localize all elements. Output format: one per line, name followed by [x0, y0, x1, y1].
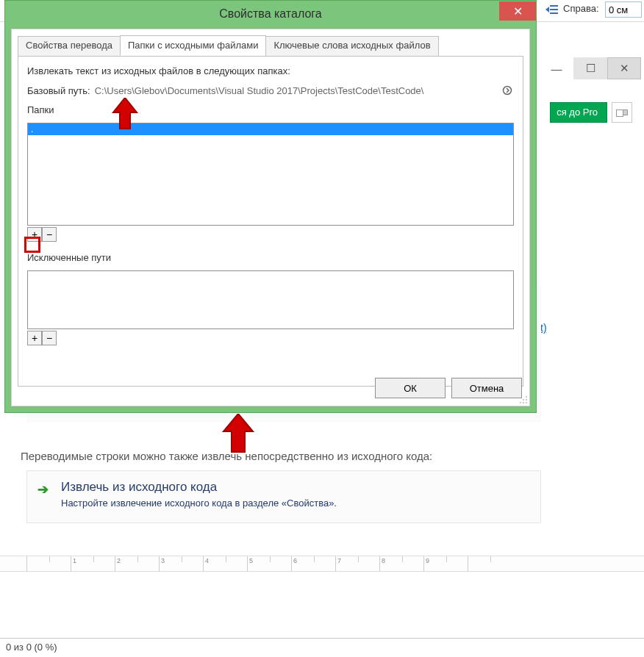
resize-grip-icon[interactable]: [518, 394, 528, 404]
extract-card-sub: Настройте извлечение исходного кода в ра…: [61, 498, 532, 509]
maximize-button[interactable]: ☐: [573, 57, 607, 79]
folders-list-item-selected[interactable]: .: [28, 123, 513, 135]
svg-rect-2: [550, 12, 558, 14]
arrow-right-icon: ➔: [37, 481, 51, 495]
base-path-label: Базовый путь:: [27, 85, 90, 96]
upgrade-pro-button[interactable]: ся до Pro: [550, 102, 607, 123]
svg-point-7: [526, 399, 527, 401]
ok-button[interactable]: ОК: [375, 378, 446, 398]
extract-from-source-card[interactable]: ➔ Извлечь из исходного кода Настройте из…: [26, 470, 541, 523]
right-margin-input[interactable]: [605, 1, 642, 18]
svg-point-6: [523, 399, 524, 401]
excluded-remove-button[interactable]: −: [42, 331, 57, 345]
folders-listbox[interactable]: .: [27, 123, 514, 226]
ruler-tick: [468, 556, 512, 572]
window-close-button[interactable]: ✕: [607, 57, 641, 79]
extract-text-label: Извлекать текст из исходных файлов в сле…: [27, 65, 514, 76]
horizontal-ruler: 1 2 3 4 5 6 7 8 9: [0, 556, 644, 572]
excluded-add-remove: + −: [27, 331, 514, 345]
svg-point-4: [504, 87, 512, 95]
right-margin-label: Справа:: [563, 3, 599, 14]
browse-base-path-icon[interactable]: [501, 84, 514, 97]
ruler-tick: 8: [379, 556, 423, 572]
tab-source-folders[interactable]: Папки с исходными файлами: [120, 35, 266, 56]
dialog-body: Свойства перевода Папки с исходными файл…: [11, 29, 530, 406]
ruler-tick: 3: [159, 556, 203, 572]
dialog-button-bar: ОК Отмена: [375, 378, 522, 398]
ruler-tick: 4: [203, 556, 247, 572]
folders-add-remove: + −: [27, 227, 514, 242]
extract-card-heading: Извлечь из исходного кода: [61, 480, 532, 495]
ruler-tick: 1: [71, 556, 115, 572]
ruler-tick: 9: [423, 556, 468, 572]
dialog-close-button[interactable]: ✕: [499, 1, 536, 21]
svg-point-9: [523, 402, 524, 403]
svg-rect-1: [550, 9, 558, 10]
excluded-paths-listbox[interactable]: [27, 270, 514, 329]
folders-remove-button[interactable]: −: [42, 227, 57, 242]
svg-point-8: [520, 402, 521, 403]
sidebar-toggle[interactable]: [612, 102, 632, 123]
svg-rect-0: [550, 5, 558, 7]
tab-source-keywords[interactable]: Ключевые слова исходных файлов: [265, 36, 438, 57]
minimize-button[interactable]: —: [540, 57, 573, 79]
dialog-title: Свойства каталога: [5, 1, 536, 27]
instruction-text: Переводимые строки можно также извлечь н…: [21, 450, 432, 462]
indent-right-icon[interactable]: [544, 3, 560, 16]
catalog-properties-dialog: Свойства каталога ✕ Свойства перевода Па…: [4, 0, 537, 413]
base-path-row: Базовый путь: C:\Users\Glebov\Documents\…: [27, 84, 514, 97]
tab-page-source-folders: Извлекать текст из исходных файлов в сле…: [18, 56, 523, 387]
base-path-value: C:\Users\Glebov\Documents\Visual Studio …: [95, 85, 501, 96]
excluded-paths-label: Исключенные пути: [27, 252, 514, 263]
ruler-tick: 7: [335, 556, 379, 572]
status-bar: 0 из 0 (0 %): [0, 638, 644, 657]
ruler-tick: 2: [115, 556, 159, 572]
folders-label: Папки: [27, 104, 514, 115]
tab-strip: Свойства перевода Папки с исходными файл…: [18, 35, 523, 56]
svg-marker-3: [545, 7, 549, 12]
svg-point-5: [526, 396, 527, 398]
ruler-tick: 6: [291, 556, 335, 572]
tab-translation-properties[interactable]: Свойства перевода: [18, 36, 121, 57]
partial-link[interactable]: t): [540, 322, 547, 334]
svg-point-10: [526, 402, 527, 403]
excluded-add-button[interactable]: +: [27, 331, 42, 345]
folders-add-button[interactable]: +: [27, 227, 42, 242]
ruler-tick: [26, 556, 71, 572]
ruler-tick: 5: [247, 556, 291, 572]
cancel-button[interactable]: Отмена: [451, 378, 522, 398]
